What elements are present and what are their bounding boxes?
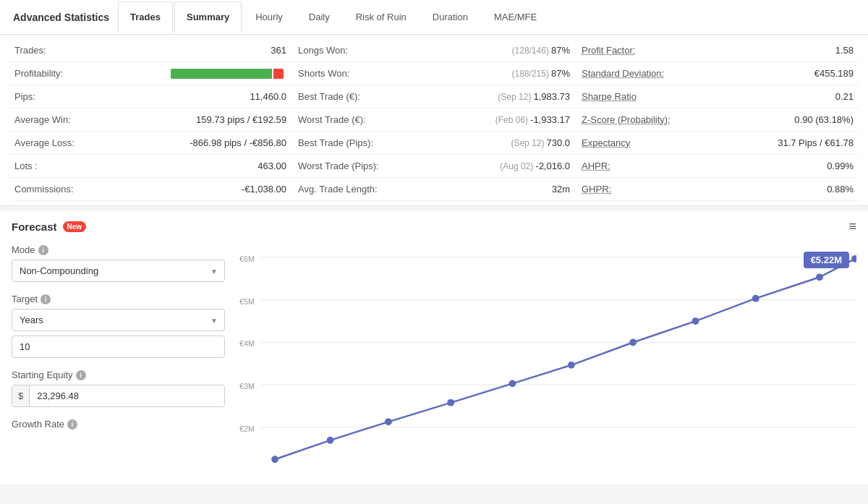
forecast-new-badge: New bbox=[63, 221, 87, 232]
stat-avg-trade-length: Avg. Trade Length: 32m bbox=[292, 178, 576, 201]
stat-std-dev: Standard Deviation: €455.189 bbox=[576, 62, 859, 85]
stat-lots-label: Lots : bbox=[14, 161, 38, 171]
stat-trades-value: 361 bbox=[271, 45, 286, 56]
equity-input[interactable] bbox=[30, 385, 224, 406]
equity-prefix: $ bbox=[12, 385, 30, 406]
forecast-title-text: Forecast bbox=[12, 221, 57, 233]
tab-risk-of-ruin[interactable]: Risk of Ruin bbox=[344, 1, 419, 33]
stat-best-trade-eur-value: (Sep 12)1,983.73 bbox=[498, 91, 570, 102]
y-label-5m: €5M bbox=[239, 297, 255, 306]
tab-mae-mfe[interactable]: MAE/MFE bbox=[482, 1, 549, 33]
y-label-6m: €6M bbox=[239, 255, 255, 263]
tab-summary[interactable]: Summary bbox=[174, 1, 242, 33]
chart-point-10 bbox=[851, 255, 856, 262]
stat-best-trade-eur-label: Best Trade (€): bbox=[298, 91, 360, 102]
stat-pips: Pips: 11,460.0 bbox=[9, 85, 292, 108]
chart-point-1 bbox=[327, 437, 334, 444]
forecast-title: Forecast New bbox=[12, 221, 86, 233]
stat-worst-trade-eur: Worst Trade (€): (Feb 06)-1,933.17 bbox=[292, 108, 576, 132]
equity-label: Starting Equity i bbox=[12, 370, 225, 380]
stat-worst-trade-pips-label: Worst Trade (Pips): bbox=[298, 161, 379, 171]
stat-shorts-won-label: Shorts Won: bbox=[298, 68, 349, 79]
stat-lots: Lots : 463.00 bbox=[9, 155, 292, 178]
tab-bar: Advanced Statistics Trades Summary Hourl… bbox=[0, 0, 868, 35]
profit-bar-red bbox=[273, 69, 284, 79]
chart-area: €5.22M €6M €5M €4M €3M €2M bbox=[239, 244, 856, 476]
stat-ghpr-label: GHPR: bbox=[582, 184, 611, 195]
stat-longs-won: Longs Won: (128/146)87% bbox=[292, 39, 576, 62]
stats-col1: Trades: 361 Profitability: Pips: 11,460.… bbox=[9, 39, 292, 201]
stat-worst-trade-eur-label: Worst Trade (€): bbox=[298, 114, 366, 125]
chart-point-2 bbox=[385, 418, 392, 425]
stat-avg-loss-value: -866.98 pips / -€856.80 bbox=[190, 137, 286, 148]
stat-avg-win-label: Average Win: bbox=[14, 114, 71, 125]
stat-longs-won-label: Longs Won: bbox=[298, 45, 348, 56]
y-label-3m: €3M bbox=[239, 382, 255, 390]
stat-best-trade-eur: Best Trade (€): (Sep 12)1,983.73 bbox=[292, 85, 576, 108]
stat-longs-won-value: (128/146)87% bbox=[512, 45, 570, 56]
stat-profitability: Profitability: bbox=[9, 62, 292, 85]
stat-profit-factor-label: Profit Factor: bbox=[582, 45, 635, 56]
equity-info-icon[interactable]: i bbox=[76, 370, 86, 380]
stat-profit-factor-value: 1.58 bbox=[835, 45, 854, 56]
settings-icon[interactable]: ≡ bbox=[848, 219, 856, 234]
stat-std-dev-label: Standard Deviation: bbox=[582, 68, 664, 79]
stats-grid: Trades: 361 Profitability: Pips: 11,460.… bbox=[9, 39, 859, 201]
stat-shorts-won: Shorts Won: (188/215)87% bbox=[292, 62, 576, 85]
chart-tooltip: €5.22M bbox=[804, 252, 849, 268]
stat-avg-loss-label: Average Loss: bbox=[14, 137, 75, 148]
stat-lots-value: 463.00 bbox=[258, 161, 286, 171]
chart-point-6 bbox=[629, 339, 637, 346]
stat-std-dev-value: €455.189 bbox=[814, 68, 854, 79]
chart-point-9 bbox=[816, 273, 823, 281]
target-label: Target i bbox=[12, 294, 225, 304]
chart-point-0 bbox=[271, 456, 278, 463]
tab-hourly[interactable]: Hourly bbox=[243, 1, 295, 33]
target-value-input[interactable] bbox=[12, 336, 225, 358]
stat-z-score-value: 0.90 (63.18%) bbox=[794, 114, 854, 125]
stat-profitability-label: Profitability: bbox=[14, 68, 63, 79]
stat-ahpr-value: 0.99% bbox=[827, 161, 854, 171]
stat-worst-trade-pips-value: (Aug 02)-2,016.0 bbox=[500, 161, 570, 171]
profit-bar bbox=[171, 69, 286, 79]
stats-col3: Profit Factor: 1.58 Standard Deviation: … bbox=[576, 39, 859, 201]
stat-avg-trade-length-label: Avg. Trade Length: bbox=[298, 184, 378, 195]
chart-point-7 bbox=[692, 317, 699, 325]
stat-expectancy-value: 31.7 Pips / €61.78 bbox=[778, 137, 854, 148]
target-info-icon[interactable]: i bbox=[41, 294, 51, 304]
stat-z-score-label: Z-Score (Probability): bbox=[582, 114, 671, 125]
chart-point-4 bbox=[509, 380, 516, 387]
stat-pips-value: 11,460.0 bbox=[250, 91, 286, 102]
stat-best-trade-pips: Best Trade (Pips): (Sep 12)730.0 bbox=[292, 132, 576, 155]
profit-bar-green bbox=[171, 69, 272, 79]
stat-commissions: Commissions: -€1,038.00 bbox=[9, 178, 292, 201]
stat-best-trade-pips-label: Best Trade (Pips): bbox=[298, 137, 373, 148]
stat-worst-trade-pips: Worst Trade (Pips): (Aug 02)-2,016.0 bbox=[292, 155, 576, 178]
tab-daily[interactable]: Daily bbox=[297, 1, 342, 33]
stat-commissions-label: Commissions: bbox=[14, 184, 74, 195]
mode-select[interactable]: Non-Compounding bbox=[12, 260, 225, 282]
stats-col2: Longs Won: (128/146)87% Shorts Won: (188… bbox=[292, 39, 576, 201]
forecast-section: Forecast New ≡ Mode i Non-Compounding ▼ … bbox=[0, 210, 868, 484]
stat-trades: Trades: 361 bbox=[9, 39, 292, 62]
stat-sharpe-ratio: Sharpe Ratio 0.21 bbox=[576, 85, 859, 108]
target-type-select-wrapper: Years Months Trades ▼ bbox=[12, 309, 225, 331]
stat-worst-trade-eur-value: (Feb 06)-1,933.17 bbox=[495, 114, 570, 125]
mode-group: Mode i Non-Compounding ▼ bbox=[12, 244, 225, 282]
stat-best-trade-pips-value: (Sep 12)730.0 bbox=[511, 137, 570, 148]
y-label-4m: €4M bbox=[239, 339, 255, 348]
tab-trades[interactable]: Trades bbox=[118, 1, 173, 33]
stat-ghpr-value: 0.88% bbox=[827, 184, 854, 195]
mode-select-wrapper: Non-Compounding ▼ bbox=[12, 260, 225, 282]
forecast-controls: Mode i Non-Compounding ▼ Target i Years … bbox=[12, 244, 225, 476]
mode-info-icon[interactable]: i bbox=[38, 245, 48, 255]
tab-duration[interactable]: Duration bbox=[420, 1, 480, 33]
stat-profit-factor: Profit Factor: 1.58 bbox=[576, 39, 859, 62]
chart-point-8 bbox=[752, 295, 760, 302]
equity-group: Starting Equity i $ bbox=[12, 370, 225, 407]
target-type-select[interactable]: Years Months Trades bbox=[12, 309, 225, 331]
growth-info-icon[interactable]: i bbox=[67, 419, 77, 430]
forecast-line bbox=[275, 259, 855, 459]
stat-ghpr: GHPR: 0.88% bbox=[576, 178, 859, 201]
stat-commissions-value: -€1,038.00 bbox=[242, 184, 286, 195]
